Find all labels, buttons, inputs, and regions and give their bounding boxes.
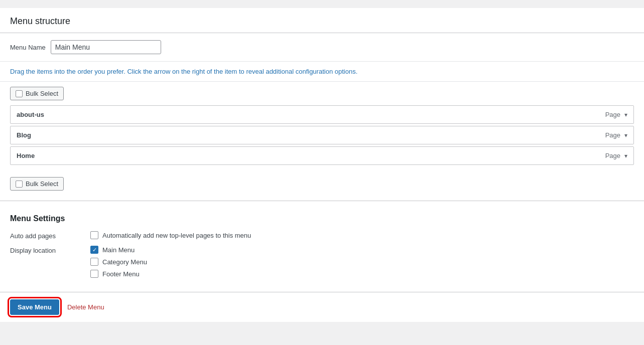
menu-name-input[interactable] (51, 40, 161, 54)
delete-menu-link[interactable]: Delete Menu (67, 303, 104, 311)
auto-add-pages-options: Automatically add new top-level pages to… (90, 231, 251, 239)
settings-title: Menu Settings (10, 214, 634, 223)
menu-settings-section: Menu Settings Auto add pages Automatical… (0, 206, 644, 292)
display-location-category-menu[interactable]: Category Menu (90, 258, 147, 266)
bulk-select-bottom-button[interactable]: Bulk Select (10, 177, 64, 191)
main-menu-checkbox[interactable] (90, 246, 98, 254)
menu-name-label: Menu Name (10, 44, 46, 51)
drag-instructions: Drag the items into the order you prefer… (0, 62, 644, 82)
bulk-select-top-row: Bulk Select (0, 82, 644, 105)
menu-item-type-blog: Page (605, 131, 620, 139)
bulk-select-bottom-checkbox (16, 181, 23, 188)
main-content: Menu structure Menu Name Drag the items … (0, 8, 644, 322)
auto-add-pages-checkbox-label: Automatically add new top-level pages to… (102, 232, 251, 239)
auto-add-pages-label: Auto add pages (10, 231, 90, 240)
auto-add-pages-row: Auto add pages Automatically add new top… (10, 231, 634, 240)
section-title: Menu structure (0, 8, 644, 33)
bulk-select-top-button[interactable]: Bulk Select (10, 87, 64, 100)
menu-item-blog[interactable]: Blog Page ▾ (10, 126, 634, 144)
display-location-main-menu[interactable]: Main Menu (90, 246, 147, 254)
display-location-label: Display location (10, 246, 90, 254)
menu-item-name-blog: Blog (17, 131, 31, 139)
menu-item-right-blog: Page ▾ (605, 131, 627, 139)
page-wrapper: Menu structure Menu Name Drag the items … (0, 0, 644, 345)
chevron-down-icon-home[interactable]: ▾ (624, 152, 627, 159)
menu-item-right-home: Page ▾ (605, 152, 627, 159)
auto-add-pages-checkbox[interactable] (90, 231, 98, 239)
chevron-down-icon-blog[interactable]: ▾ (624, 132, 627, 139)
footer-actions: Save Menu Delete Menu (0, 292, 644, 322)
menu-item-home[interactable]: Home Page ▾ (10, 146, 634, 165)
bulk-select-bottom-label: Bulk Select (26, 180, 58, 188)
auto-add-pages-option[interactable]: Automatically add new top-level pages to… (90, 231, 251, 239)
display-location-row: Display location Main Menu Category Menu… (10, 246, 634, 278)
bulk-select-top-checkbox (16, 90, 23, 97)
footer-menu-checkbox[interactable] (90, 270, 98, 278)
bulk-select-bottom-row: Bulk Select (0, 172, 644, 196)
menu-item-type-home: Page (605, 152, 620, 159)
category-menu-label: Category Menu (102, 258, 147, 266)
menu-items-container: about-us Page ▾ Blog Page ▾ Home Page ▾ (0, 105, 644, 172)
menu-item-name-about-us: about-us (17, 111, 44, 118)
category-menu-checkbox[interactable] (90, 258, 98, 266)
save-menu-button[interactable]: Save Menu (10, 299, 59, 315)
menu-item-about-us[interactable]: about-us Page ▾ (10, 105, 634, 124)
footer-menu-label: Footer Menu (102, 270, 140, 278)
menu-item-name-home: Home (17, 152, 35, 159)
chevron-down-icon-about-us[interactable]: ▾ (624, 111, 627, 118)
bulk-select-top-label: Bulk Select (26, 90, 58, 97)
display-location-options: Main Menu Category Menu Footer Menu (90, 246, 147, 278)
menu-name-row: Menu Name (0, 33, 644, 62)
divider (0, 201, 644, 201)
bottom-bar (0, 322, 644, 342)
main-menu-label: Main Menu (102, 246, 135, 254)
menu-item-right-about-us: Page ▾ (605, 111, 627, 118)
menu-item-type-about-us: Page (605, 111, 620, 118)
display-location-footer-menu[interactable]: Footer Menu (90, 270, 147, 278)
